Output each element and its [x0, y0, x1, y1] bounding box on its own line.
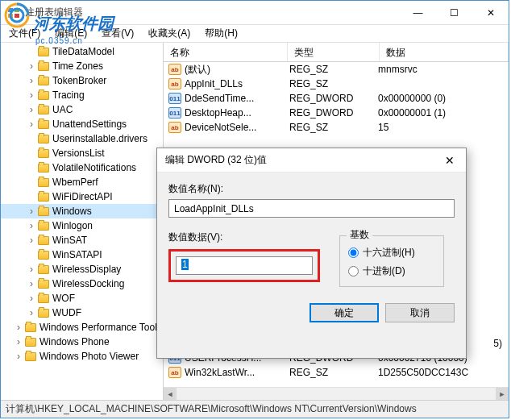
tree-item[interactable]: ›Winlogon — [1, 218, 163, 233]
tree-item[interactable]: VersionsList — [1, 146, 163, 160]
tree-item[interactable]: ›TokenBroker — [1, 73, 163, 88]
svg-rect-3 — [15, 14, 19, 18]
tree-item-label: UAC — [52, 104, 73, 115]
status-path: 计算机\HKEY_LOCAL_MACHINE\SOFTWARE\Microsof… — [6, 402, 417, 416]
expand-icon[interactable]: › — [14, 322, 23, 333]
tree-item[interactable]: ›UnattendSettings — [1, 117, 163, 131]
expand-icon[interactable]: › — [27, 293, 36, 304]
value-data: 15 — [378, 122, 509, 133]
value-data: 0x00000001 (1) — [378, 107, 509, 119]
horizontal-scrollbar[interactable]: ◄ ► — [164, 387, 509, 400]
scroll-left-icon[interactable]: ◄ — [164, 388, 177, 400]
value-name-input[interactable] — [168, 199, 455, 218]
tree-item-label: Windows — [52, 206, 92, 217]
expand-icon[interactable]: › — [27, 104, 36, 115]
column-type[interactable]: 类型 — [288, 43, 380, 61]
dword-value-icon: 011 — [168, 107, 181, 119]
tree-item[interactable]: WiFiDirectAPI — [1, 189, 163, 204]
expand-icon[interactable]: › — [14, 336, 23, 347]
expand-icon[interactable]: › — [27, 206, 36, 217]
value-row[interactable]: ab(默认)REG_SZmnmsrvc — [164, 62, 509, 77]
radio-dec[interactable]: 十进制(D) — [348, 264, 435, 278]
menu-view[interactable]: 查看(V) — [98, 25, 137, 42]
tree-item[interactable]: ›Tracing — [1, 88, 163, 102]
expand-icon[interactable]: › — [27, 119, 36, 130]
folder-icon — [25, 323, 36, 332]
svg-rect-2 — [8, 14, 13, 18]
ok-button[interactable]: 确定 — [310, 303, 379, 322]
expand-icon[interactable]: › — [27, 235, 36, 246]
tree-item[interactable]: Userinstallable.drivers — [1, 131, 163, 146]
value-row[interactable]: abAppInit_DLLsREG_SZ — [164, 77, 509, 91]
column-name[interactable]: 名称 — [164, 43, 288, 61]
tree-item[interactable]: WbemPerf — [1, 175, 163, 189]
tree-item-label: TileDataModel — [52, 46, 114, 57]
radio-hex-input[interactable] — [348, 247, 359, 258]
menu-edit[interactable]: 编辑(E) — [52, 25, 90, 42]
menubar: 文件(F) 编辑(E) 查看(V) 收藏夹(A) 帮助(H) — [1, 25, 509, 43]
radio-hex[interactable]: 十六进制(H) — [348, 246, 435, 260]
expand-icon[interactable]: › — [27, 60, 36, 72]
value-row[interactable]: 011DdeSendTime...REG_DWORD0x00000000 (0) — [164, 91, 509, 106]
value-type: REG_SZ — [289, 367, 378, 378]
tree-item[interactable]: ›WirelessDocking — [1, 277, 163, 291]
menu-favorites[interactable]: 收藏夹(A) — [145, 25, 193, 42]
cancel-button[interactable]: 取消 — [385, 303, 455, 322]
close-button[interactable]: ✕ — [472, 1, 509, 24]
value-data-input[interactable] — [176, 256, 313, 275]
minimize-button[interactable]: — — [400, 1, 436, 24]
tree-item[interactable]: ›Windows Performance Toolk — [1, 320, 163, 335]
dialog-body: 数值名称(N): 数值数据(V): 1 基数 十六进制(H) — [157, 173, 466, 358]
tree-item[interactable]: VolatileNotifications — [1, 160, 163, 175]
tree-item[interactable]: ›Time Zones — [1, 59, 163, 73]
tree-item-label: WUDF — [52, 307, 81, 318]
expand-icon[interactable]: › — [27, 89, 36, 101]
tree-item-label: WirelessDocking — [52, 278, 124, 289]
tree-item-label: TokenBroker — [52, 75, 106, 86]
expand-icon[interactable]: › — [27, 220, 36, 231]
tree-item[interactable]: ›Windows — [1, 204, 163, 218]
tree-item-label: Winlogon — [52, 220, 93, 231]
dialog-buttons: 确定 取消 — [168, 303, 455, 322]
tree-item[interactable]: ›WOF — [1, 291, 163, 306]
value-row[interactable]: 011DesktopHeap...REG_DWORD0x00000001 (1) — [164, 106, 509, 120]
folder-icon — [38, 265, 49, 274]
expand-icon[interactable]: › — [27, 264, 36, 275]
folder-icon — [38, 120, 49, 129]
folder-icon — [38, 207, 49, 216]
maximize-button[interactable]: ☐ — [436, 1, 472, 24]
menu-help[interactable]: 帮助(H) — [201, 25, 241, 42]
tree-item[interactable]: ›UAC — [1, 102, 163, 117]
dialog-close-button[interactable]: ✕ — [434, 148, 466, 172]
expand-icon[interactable]: › — [14, 351, 23, 362]
folder-icon — [38, 149, 49, 158]
tree-item[interactable]: TileDataModel — [1, 44, 163, 59]
value-name: DeviceNotSele... — [185, 122, 289, 133]
value-row[interactable]: abWin32kLastWr...REG_SZ1D255C50DCC143C — [164, 365, 509, 380]
folder-icon — [38, 251, 49, 260]
menu-file[interactable]: 文件(F) — [6, 25, 44, 42]
value-data: 1D255C50DCC143C — [378, 367, 509, 378]
value-row[interactable]: abDeviceNotSele...REG_SZ15 — [164, 120, 509, 135]
folder-icon — [38, 280, 49, 289]
expand-icon[interactable]: › — [27, 307, 36, 318]
expand-icon[interactable]: › — [27, 75, 36, 86]
tree-item[interactable]: ›WUDF — [1, 306, 163, 320]
edit-dword-dialog: 编辑 DWORD (32 位)值 ✕ 数值名称(N): 数值数据(V): 1 基… — [156, 148, 467, 359]
tree-item[interactable]: ›WinSAT — [1, 233, 163, 247]
tree-item[interactable]: ›Windows Phone — [1, 335, 163, 349]
folder-icon — [38, 236, 49, 245]
folder-icon — [38, 294, 49, 303]
tree-item[interactable]: ›Windows Photo Viewer — [1, 349, 163, 364]
radio-dec-input[interactable] — [348, 266, 359, 277]
folder-icon — [38, 164, 49, 173]
scroll-right-icon[interactable]: ► — [496, 388, 509, 400]
column-data[interactable]: 数据 — [380, 43, 509, 61]
string-value-icon: ab — [168, 367, 181, 378]
tree-item[interactable]: WinSATAPI — [1, 247, 163, 262]
tree-item[interactable]: ›WirelessDisplay — [1, 262, 163, 277]
scroll-track[interactable] — [177, 388, 496, 400]
string-value-icon: ab — [168, 78, 181, 89]
expand-icon[interactable]: › — [27, 278, 36, 289]
tree-pane[interactable]: TileDataModel›Time Zones›TokenBroker›Tra… — [1, 43, 164, 400]
